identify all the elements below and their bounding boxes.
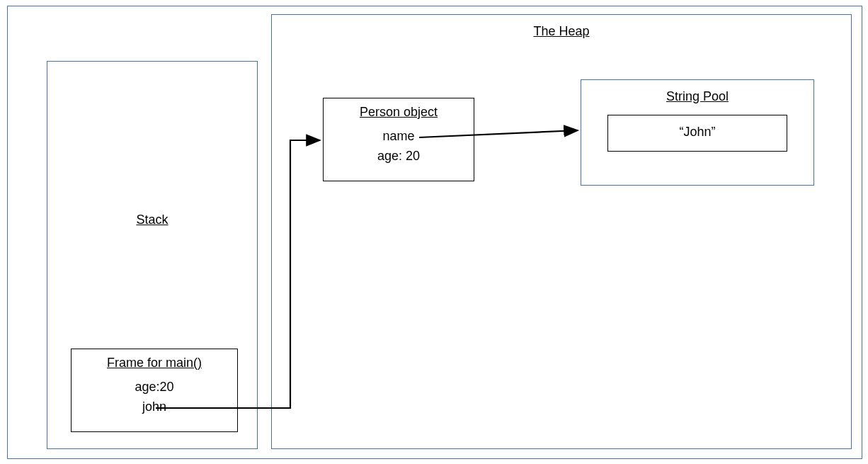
arrow-name-to-string (0, 0, 868, 464)
